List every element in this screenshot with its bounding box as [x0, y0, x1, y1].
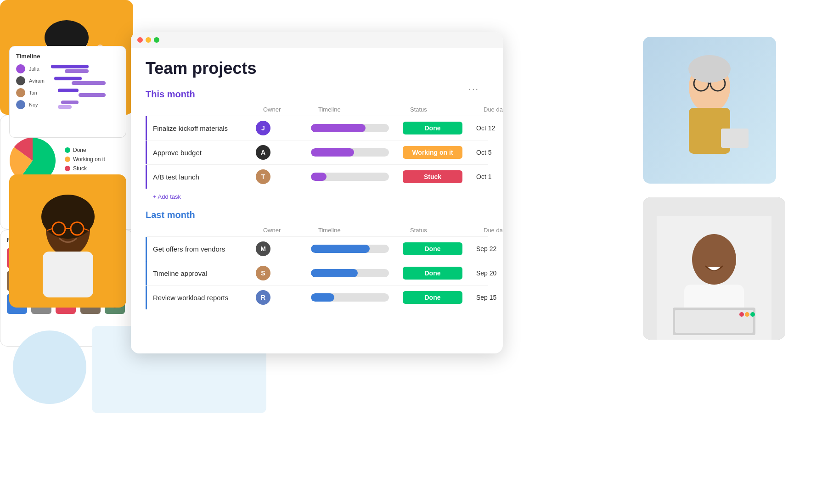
last-month-tasks: Get offers from vendors M Done Sep 22 + … [146, 236, 488, 309]
task-row: Review workload reports R Done Sep 15 + [146, 285, 488, 309]
window-maximize-dot[interactable] [154, 37, 159, 43]
task-owner: M [256, 241, 311, 256]
add-task-this-month[interactable]: + Add task [153, 193, 181, 200]
svg-point-22 [750, 312, 755, 317]
tl-name: Noy [29, 102, 47, 107]
status-badge[interactable]: Done [403, 122, 462, 134]
task-name: Get offers from vendors [146, 245, 256, 253]
timeline-widget-title: Timeline [16, 53, 119, 60]
timeline-fill [311, 173, 327, 181]
status-badge[interactable]: Done [403, 291, 462, 304]
svg-point-21 [745, 312, 749, 317]
person-photo-right [643, 197, 785, 340]
task-timeline [311, 124, 403, 132]
task-status[interactable]: Working on it [403, 146, 476, 159]
task-owner: T [256, 169, 311, 184]
task-owner: J [256, 121, 311, 135]
tl-bar-2 [58, 105, 72, 109]
window-minimize-dot[interactable] [146, 37, 151, 43]
task-timeline [311, 173, 403, 181]
tl-bars [51, 101, 119, 109]
legend-item: Working on it [65, 156, 105, 162]
svg-point-17 [692, 234, 736, 285]
owner-avatar: M [256, 241, 270, 256]
tl-bars [51, 89, 119, 97]
task-due-date: Oct 12 [476, 124, 503, 132]
task-owner: A [256, 145, 311, 160]
tl-avatar [16, 64, 25, 73]
timeline-person-row: Julia [16, 64, 119, 73]
timeline-widget: Timeline Julia Aviram Tan Noy [9, 46, 126, 138]
task-name: Review workload reports [146, 294, 256, 302]
svg-point-20 [739, 312, 744, 317]
owner-avatar: R [256, 290, 270, 305]
status-badge[interactable]: Stuck [403, 170, 462, 183]
task-owner: S [256, 266, 311, 280]
task-due-date: Sep 22 [476, 245, 503, 252]
task-status[interactable]: Stuck [403, 170, 476, 183]
col-name [153, 106, 263, 113]
timeline-rows: Julia Aviram Tan Noy [16, 64, 119, 109]
svg-point-8 [41, 195, 95, 239]
tl-name: Aviram [29, 78, 47, 84]
col-timeline-2: Timeline [318, 227, 410, 234]
task-timeline [311, 269, 403, 277]
task-name: Finalize kickoff materials [146, 124, 256, 132]
timeline-bar [311, 124, 389, 132]
owner-avatar: A [256, 145, 270, 160]
task-row: A/B test launch T Stuck Oct 1 + [146, 164, 488, 189]
status-badge[interactable]: Done [403, 242, 462, 255]
task-row: Get offers from vendors M Done Sep 22 + [146, 236, 488, 261]
legend-label: Stuck [73, 165, 87, 172]
legend-label: Done [73, 147, 86, 153]
task-timeline [311, 293, 403, 302]
timeline-person-row: Noy [16, 100, 119, 109]
tl-bar-1 [54, 77, 82, 80]
task-status[interactable]: Done [403, 267, 476, 280]
tl-avatar [16, 100, 25, 109]
legend-dot [65, 157, 70, 162]
svg-rect-9 [43, 252, 93, 297]
task-timeline [311, 245, 403, 253]
window-close-dot[interactable] [137, 37, 143, 43]
status-badge[interactable]: Done [403, 267, 462, 280]
legend-label: Working on it [73, 156, 105, 162]
timeline-bar [311, 173, 389, 181]
main-window: Team projects ... This month Owner Timel… [131, 32, 503, 353]
task-due-date: Sep 20 [476, 269, 503, 277]
tl-avatar [16, 76, 25, 85]
legend-dot [65, 147, 70, 153]
task-due-date: Sep 15 [476, 294, 503, 301]
task-name: Approve budget [146, 149, 256, 157]
tl-bar-2 [72, 81, 106, 85]
status-badge[interactable]: Working on it [403, 146, 462, 159]
task-due-date: Oct 5 [476, 149, 503, 156]
col-timeline: Timeline [318, 106, 410, 113]
col-status-2: Status [410, 227, 484, 234]
tl-bar-2 [79, 93, 106, 97]
timeline-fill [311, 269, 358, 277]
tl-name: Julia [29, 66, 47, 72]
task-status[interactable]: Done [403, 291, 476, 304]
col-status: Status [410, 106, 484, 113]
col-name-2 [153, 227, 263, 234]
tl-bar-1 [51, 65, 89, 68]
timeline-bar [311, 148, 389, 157]
person-photo-left [9, 174, 126, 308]
person-photo-top-right [643, 37, 776, 184]
task-row: Finalize kickoff materials J Done Oct 12… [146, 116, 488, 140]
timeline-person-row: Aviram [16, 76, 119, 85]
task-row: Approve budget A Working on it Oct 5 + [146, 140, 488, 164]
timeline-bar [311, 269, 389, 277]
timeline-bar [311, 293, 389, 302]
timeline-fill [311, 124, 366, 132]
more-options-button[interactable]: ... [468, 82, 479, 92]
svg-rect-6 [721, 129, 749, 148]
tl-bar-1 [58, 89, 79, 92]
tl-avatar [16, 88, 25, 97]
task-status[interactable]: Done [403, 122, 476, 134]
task-status[interactable]: Done [403, 242, 476, 255]
tl-bar-1 [61, 101, 78, 104]
task-row: Timeline approval S Done Sep 20 + [146, 261, 488, 285]
timeline-fill [311, 245, 370, 253]
